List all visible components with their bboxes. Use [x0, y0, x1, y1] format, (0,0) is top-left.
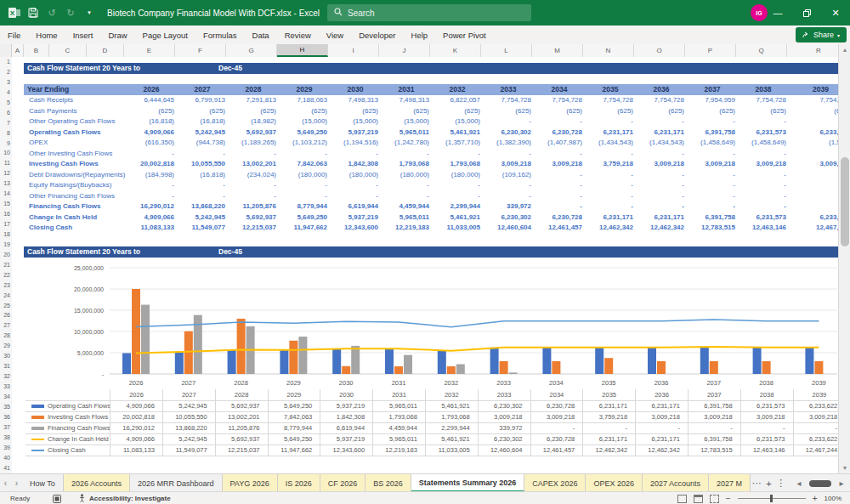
column-header-o[interactable]: O	[634, 44, 685, 57]
sheet-tab-cf-2026[interactable]: CF 2026	[320, 474, 366, 492]
cell-value[interactable]: (15,000)	[432, 116, 483, 127]
macro-record-icon[interactable]	[53, 495, 61, 503]
row-header-41[interactable]: 41	[0, 463, 12, 473]
bar-operating-cash-flows[interactable]	[280, 350, 288, 374]
row-header-35[interactable]: 35	[0, 402, 12, 412]
column-header-l[interactable]: L	[481, 44, 532, 57]
row-header-24[interactable]: 24	[0, 291, 12, 301]
vertical-scrollbar[interactable]: ▲ ▼	[838, 44, 850, 473]
more-sheets-icon[interactable]: ⋯	[751, 474, 762, 492]
bar-operating-cash-flows[interactable]	[805, 348, 813, 374]
row-header-6[interactable]: 6	[0, 108, 12, 118]
cell-value[interactable]: 5,692,937	[228, 212, 279, 224]
row-header-3[interactable]: 3	[0, 77, 12, 88]
cell-value[interactable]: -	[687, 170, 738, 181]
sheet-tab-statements-summary-2026[interactable]: Statements Summary 2026	[411, 474, 525, 492]
cell-value[interactable]: -	[738, 180, 789, 191]
hscroll-left-icon[interactable]: ◂	[790, 479, 808, 488]
cell-value[interactable]: 12,343,600	[330, 223, 381, 234]
cell-value[interactable]: -	[126, 149, 177, 160]
cell-value[interactable]: -	[534, 191, 585, 202]
select-all-corner[interactable]	[0, 44, 12, 57]
cell-value[interactable]: -	[585, 149, 636, 160]
cell-value[interactable]: (625)	[687, 106, 738, 117]
bar-investing-cash-flows[interactable]	[237, 319, 246, 374]
cash-flow-chart[interactable]: 25,000,00020,000,00015,000,00010,000,000…	[26, 258, 838, 462]
row-header-32[interactable]: 32	[0, 371, 12, 382]
sheet-tab-how-to[interactable]: How To	[22, 474, 64, 492]
cell-value[interactable]: -	[534, 180, 585, 191]
row-header-26[interactable]: 26	[0, 310, 12, 320]
cell-value[interactable]: -	[483, 149, 534, 160]
row-header-11[interactable]: 11	[0, 158, 12, 168]
cell-value[interactable]: 6,230,302	[483, 127, 534, 139]
bar-operating-cash-flows[interactable]	[175, 352, 184, 374]
cell-value[interactable]: (1,189,265)	[228, 138, 279, 149]
cell-value[interactable]: 12,460,604	[483, 223, 534, 234]
row-header-38[interactable]: 38	[0, 433, 12, 443]
bar-investing-cash-flows[interactable]	[762, 361, 771, 374]
ribbon-tab-review[interactable]: Review	[277, 26, 319, 44]
bar-operating-cash-flows[interactable]	[542, 348, 551, 374]
cell-value[interactable]: (1,194,516)	[330, 138, 381, 149]
cell-value[interactable]: 5,649,250	[279, 127, 330, 139]
ribbon-tab-formulas[interactable]: Formulas	[196, 26, 245, 44]
cell-value[interactable]: 6,230,728	[534, 212, 585, 224]
column-header-b[interactable]: B	[24, 44, 49, 57]
statement-row-other-investing-cash-flows[interactable]: Other Investing Cash Flows--------------	[24, 149, 838, 160]
cell-value[interactable]: -	[330, 149, 381, 160]
cell-value[interactable]: 12,462,342	[585, 223, 636, 234]
cell-value[interactable]: 5,937,219	[330, 212, 381, 224]
cell-value[interactable]: 6,231,171	[585, 212, 636, 224]
cell-value[interactable]: (180,000)	[279, 170, 330, 181]
column-header-g[interactable]: G	[226, 44, 277, 57]
cell-value[interactable]: -	[636, 116, 687, 127]
row-header-4[interactable]: 4	[0, 88, 12, 98]
statement-row-equity-raisings-buybacks[interactable]: Equity Raisings/(Buybacks)--------------	[24, 180, 838, 191]
cell-value[interactable]: (180,000)	[330, 170, 381, 181]
row-header-18[interactable]: 18	[0, 229, 12, 240]
cell-value[interactable]: (184,998)	[126, 170, 177, 181]
cell-value[interactable]: -	[687, 191, 738, 202]
cell-value[interactable]: 5,937,219	[330, 127, 381, 139]
cell-value[interactable]: -	[177, 149, 228, 160]
bar-operating-cash-flows[interactable]	[753, 348, 762, 374]
worksheet[interactable]: Cash Flow Statement 20 Years to Dec-45 Y…	[12, 57, 838, 473]
bar-operating-cash-flows[interactable]	[385, 348, 394, 374]
cell-value[interactable]: 7,754,728	[534, 95, 585, 106]
cell-value[interactable]: 12,461,457	[534, 223, 585, 234]
statement-row-cash-payments[interactable]: Cash Payments(625)(625)(625)(625)(625)(6…	[24, 106, 838, 117]
cell-value[interactable]: -	[177, 191, 228, 202]
cell-value[interactable]: (625)	[636, 106, 687, 117]
share-button[interactable]: Share ▾	[796, 27, 847, 42]
cell-value[interactable]: 7,498,313	[381, 95, 432, 106]
bar-investing-cash-flows[interactable]	[342, 366, 350, 374]
cell-value[interactable]: 6,799,913	[177, 95, 228, 106]
cell-value[interactable]: -	[585, 170, 636, 181]
column-header-n[interactable]: N	[583, 44, 634, 57]
cell-value[interactable]: 6,231,573	[738, 127, 789, 139]
ribbon-tab-draw[interactable]: Draw	[100, 26, 134, 44]
bar-financing-cash-flows[interactable]	[298, 337, 307, 374]
row-header-34[interactable]: 34	[0, 392, 12, 402]
statement-row-opex[interactable]: OPEX(616,350)(944,738)(1,189,265)(1,103,…	[24, 138, 838, 149]
ribbon-tab-home[interactable]: Home	[28, 26, 65, 44]
cell-value[interactable]: -	[636, 180, 687, 191]
cell-value[interactable]: 1,842,308	[330, 159, 381, 170]
cell-value[interactable]: -	[687, 201, 738, 212]
row-header-33[interactable]: 33	[0, 382, 12, 392]
sheet-tab-bs-2026[interactable]: BS 2026	[366, 474, 411, 492]
zoom-in-icon[interactable]: +	[813, 495, 818, 503]
cell-value[interactable]: (16,818)	[126, 116, 177, 127]
cell-value[interactable]: -	[738, 201, 789, 212]
cell-value[interactable]: -	[432, 180, 483, 191]
column-header-a[interactable]: A	[12, 44, 24, 57]
cell-value[interactable]: -	[789, 191, 838, 202]
cell-value[interactable]: (944,738)	[177, 138, 228, 149]
cell-value[interactable]: 5,461,921	[432, 127, 483, 139]
cell-value[interactable]: -	[738, 191, 789, 202]
cell-value[interactable]: -	[381, 180, 432, 191]
cell-value[interactable]: 12,463,146	[738, 223, 789, 234]
cell-value[interactable]: -	[534, 201, 585, 212]
cell-value[interactable]: -	[534, 149, 585, 160]
